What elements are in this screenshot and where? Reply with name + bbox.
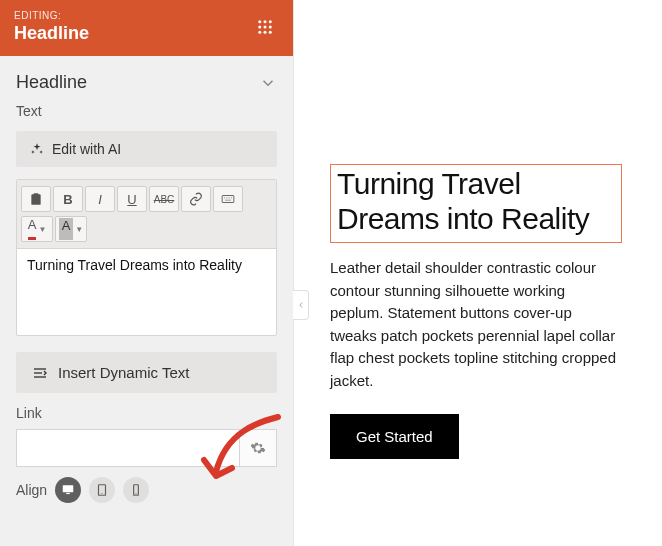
svg-rect-19 (63, 485, 74, 492)
text-field-label: Text (0, 103, 293, 127)
cta-button[interactable]: Get Started (330, 414, 459, 459)
align-row: Align (0, 477, 293, 511)
ai-button-label: Edit with AI (52, 141, 121, 157)
svg-point-6 (258, 31, 261, 34)
bold-button[interactable]: B (53, 186, 83, 212)
desktop-icon (61, 483, 75, 497)
gear-icon (250, 440, 266, 456)
text-color-button[interactable]: A▼ (21, 216, 53, 242)
chevron-down-icon (259, 74, 277, 92)
edit-with-ai-button[interactable]: Edit with AI (16, 131, 277, 167)
rte-toolbar: B I U ABC A▼ A ▼ (17, 180, 276, 249)
highlight-color-button[interactable]: A ▼ (55, 216, 87, 242)
svg-point-24 (136, 493, 137, 494)
keyboard-icon (221, 192, 235, 206)
collapse-sidebar-button[interactable] (293, 290, 309, 320)
insert-dynamic-text-button[interactable]: Insert Dynamic Text (16, 352, 277, 393)
strikethrough-button[interactable]: ABC (149, 186, 179, 212)
tablet-icon (95, 483, 109, 497)
dynamic-button-label: Insert Dynamic Text (58, 364, 189, 381)
mobile-icon (129, 483, 143, 497)
link-row (16, 429, 277, 467)
sidebar-header: EDITING: Headline (0, 0, 293, 56)
section-header[interactable]: Headline (0, 56, 293, 103)
device-mobile-button[interactable] (123, 477, 149, 503)
svg-point-8 (269, 31, 272, 34)
link-field-label: Link (0, 405, 293, 429)
svg-point-7 (264, 31, 267, 34)
svg-rect-10 (222, 196, 234, 203)
chain-icon (189, 192, 203, 206)
section-label: Headline (16, 72, 87, 93)
chevron-left-icon (296, 300, 306, 310)
element-title: Headline (14, 23, 89, 44)
italic-button[interactable]: I (85, 186, 115, 212)
svg-point-0 (258, 20, 261, 23)
preview-headline: Turning Travel Dreams into Reality (337, 167, 615, 236)
device-desktop-button[interactable] (55, 477, 81, 503)
svg-point-5 (269, 26, 272, 29)
sidebar-header-text: EDITING: Headline (14, 10, 89, 44)
rte-textarea[interactable]: Turning Travel Dreams into Reality (17, 249, 276, 335)
svg-point-3 (258, 26, 261, 29)
clipboard-icon (29, 192, 43, 206)
headline-selected-element[interactable]: Turning Travel Dreams into Reality (330, 164, 622, 243)
app-root: EDITING: Headline Headline Text Edit wit… (0, 0, 662, 546)
preview-pane: Turning Travel Dreams into Reality Leath… (294, 0, 662, 546)
preview-body-text[interactable]: Leather detail shoulder contrastic colou… (330, 257, 622, 392)
link-button[interactable] (181, 186, 211, 212)
align-label: Align (16, 482, 47, 498)
link-settings-button[interactable] (239, 429, 277, 467)
editor-sidebar: EDITING: Headline Headline Text Edit wit… (0, 0, 294, 546)
sparkle-icon (30, 142, 44, 156)
svg-point-2 (269, 20, 272, 23)
svg-point-4 (264, 26, 267, 29)
dynamic-text-icon (32, 366, 48, 380)
device-tablet-button[interactable] (89, 477, 115, 503)
svg-point-22 (102, 493, 103, 494)
svg-point-1 (264, 20, 267, 23)
svg-rect-20 (66, 493, 70, 494)
svg-rect-9 (34, 193, 39, 195)
keyboard-button[interactable] (213, 186, 243, 212)
rich-text-editor: B I U ABC A▼ A ▼ Turning Travel Dreams i… (16, 179, 277, 336)
editing-eyebrow: EDITING: (14, 10, 89, 21)
link-input[interactable] (16, 429, 239, 467)
paste-button[interactable] (21, 186, 51, 212)
drag-handle-icon[interactable] (251, 13, 279, 41)
underline-button[interactable]: U (117, 186, 147, 212)
